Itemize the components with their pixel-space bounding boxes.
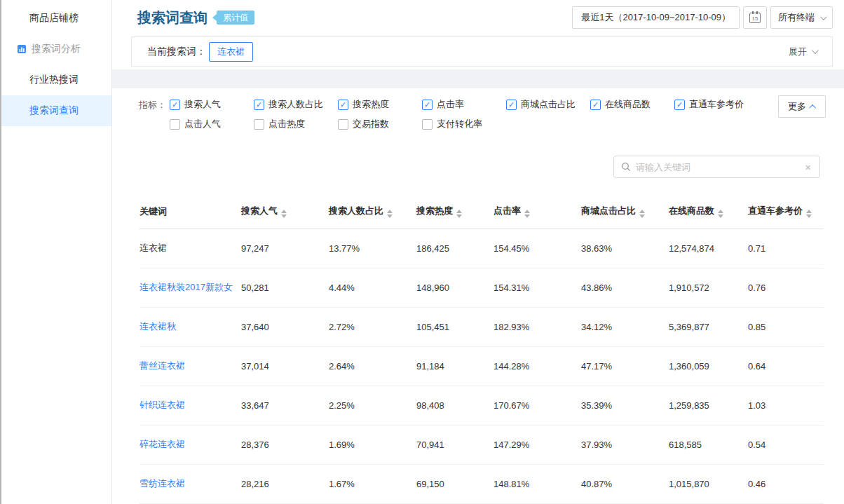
value-cell: 33,647 bbox=[241, 386, 329, 425]
table-row: 针织连衣裙33,6472.25%98,408170.67%35.39%1,259… bbox=[139, 386, 824, 425]
value-cell: 28,376 bbox=[241, 425, 329, 465]
indicator-option[interactable]: 商城点击占比 bbox=[506, 97, 590, 112]
checkbox-checked-icon[interactable] bbox=[254, 100, 264, 110]
value-cell: 37.93% bbox=[581, 425, 669, 465]
sidebar-item-industry-hot-words[interactable]: 行业热搜词 bbox=[1, 64, 111, 95]
current-term-tag[interactable]: 连衣裙 bbox=[209, 42, 253, 62]
column-label: 商城点击占比 bbox=[581, 205, 636, 216]
value-cell: 40.87% bbox=[581, 465, 669, 504]
indicator-row-unchecked: 点击人气点击热度交易指数支付转化率 bbox=[170, 116, 758, 132]
section-divider bbox=[112, 69, 844, 88]
indicator-option[interactable]: 搜索人数占比 bbox=[254, 97, 338, 112]
keyword-link[interactable]: 碎花连衣裙 bbox=[139, 439, 185, 449]
expand-toggle[interactable]: 展开 bbox=[789, 46, 817, 58]
indicator-label: 搜索人气 bbox=[184, 98, 221, 111]
sort-icon[interactable] bbox=[806, 210, 812, 218]
checkbox-checked-icon[interactable] bbox=[170, 100, 180, 110]
value-cell: 1.03 bbox=[748, 386, 824, 425]
column-label: 搜索人气 bbox=[241, 205, 278, 216]
table-row: 蕾丝连衣裙37,0142.64%91,184144.28%47.17%1,360… bbox=[139, 347, 824, 386]
value-cell: 148,960 bbox=[416, 268, 494, 308]
column-label: 关键词 bbox=[139, 206, 167, 217]
checkbox-unchecked-icon[interactable] bbox=[422, 119, 433, 130]
value-cell: 0.54 bbox=[748, 425, 824, 465]
value-cell: 4.44% bbox=[329, 268, 416, 308]
sort-icon[interactable] bbox=[281, 210, 287, 218]
value-cell: 37,014 bbox=[241, 347, 329, 386]
more-button[interactable]: 更多 bbox=[778, 95, 826, 118]
keyword-search-input[interactable] bbox=[636, 162, 803, 172]
column-header[interactable]: 商城点击占比 bbox=[581, 196, 669, 229]
value-cell: 35.39% bbox=[581, 386, 669, 425]
table-row: 碎花连衣裙28,3761.69%70,941147.29%37.93%618,5… bbox=[139, 425, 824, 465]
checkbox-checked-icon[interactable] bbox=[674, 100, 685, 110]
checkbox-checked-icon[interactable] bbox=[506, 100, 517, 110]
topbar-controls: 最近1天（2017-10-09~2017-10-09） 15 所有终端 bbox=[572, 6, 833, 29]
title-wrap: 搜索词查询 累计值 bbox=[137, 8, 254, 27]
indicator-option[interactable]: 点击热度 bbox=[254, 116, 338, 132]
indicator-label: 支付转化率 bbox=[437, 118, 482, 130]
keyword-link[interactable]: 针织连衣裙 bbox=[139, 400, 185, 410]
checkbox-checked-icon[interactable] bbox=[338, 100, 348, 110]
chevron-down-icon bbox=[820, 13, 827, 20]
indicator-option[interactable]: 搜索人气 bbox=[170, 97, 254, 112]
keyword-cell: 连衣裙秋装2017新款女 bbox=[139, 268, 241, 308]
sort-icon[interactable] bbox=[639, 210, 645, 218]
date-range-picker[interactable]: 最近1天（2017-10-09~2017-10-09） bbox=[572, 6, 740, 29]
keyword-cell: 连衣裙 bbox=[139, 229, 241, 268]
sidebar-item-search-term-query[interactable]: 搜索词查询 bbox=[1, 95, 111, 126]
value-cell: 154.45% bbox=[494, 229, 581, 268]
keyword-link[interactable]: 连衣裙秋 bbox=[139, 321, 176, 332]
sidebar-item-product-shop-rank[interactable]: 商品店铺榜 bbox=[1, 3, 111, 34]
indicator-option[interactable]: 在线商品数 bbox=[590, 97, 674, 112]
indicator-caption: 指标： bbox=[139, 97, 170, 132]
value-cell: 1.67% bbox=[329, 465, 416, 504]
table-row: 雪纺连衣裙28,2161.67%69,150148.81%40.87%1,015… bbox=[139, 465, 824, 504]
keyword-search-box[interactable]: × bbox=[613, 156, 820, 178]
value-cell: 182.93% bbox=[494, 308, 581, 347]
indicator-option[interactable]: 交易指数 bbox=[338, 116, 422, 132]
keyword-link[interactable]: 雪纺连衣裙 bbox=[139, 478, 185, 489]
chevron-down-icon bbox=[812, 47, 819, 54]
value-cell: 28,216 bbox=[241, 465, 329, 504]
column-header[interactable]: 搜索热度 bbox=[416, 196, 494, 229]
keyword-link[interactable]: 蕾丝连衣裙 bbox=[139, 360, 185, 371]
column-header[interactable]: 搜索人数占比 bbox=[329, 196, 416, 229]
sort-icon[interactable] bbox=[456, 210, 462, 218]
terminal-select[interactable]: 所有终端 bbox=[770, 6, 833, 29]
indicator-row-checked: 搜索人气搜索人数占比搜索热度点击率商城点击占比在线商品数直通车参考价 bbox=[170, 97, 758, 112]
indicator-option[interactable]: 点击率 bbox=[422, 97, 506, 112]
value-cell: 1,360,059 bbox=[669, 347, 748, 386]
indicator-option[interactable]: 支付转化率 bbox=[422, 116, 506, 132]
checkbox-unchecked-icon[interactable] bbox=[170, 119, 180, 130]
column-label: 搜索热度 bbox=[416, 205, 453, 216]
page-header: 搜索词查询 累计值 最近1天（2017-10-09~2017-10-09） 15… bbox=[112, 0, 844, 35]
indicator-option[interactable]: 搜索热度 bbox=[338, 97, 422, 112]
indicator-option[interactable]: 点击人气 bbox=[170, 116, 254, 132]
sort-icon[interactable] bbox=[387, 210, 393, 218]
checkbox-checked-icon[interactable] bbox=[590, 100, 601, 110]
column-header[interactable]: 在线商品数 bbox=[669, 196, 748, 229]
sort-icon[interactable] bbox=[524, 210, 530, 218]
sort-icon[interactable] bbox=[718, 210, 723, 218]
checkbox-unchecked-icon[interactable] bbox=[338, 119, 348, 130]
value-cell: 170.67% bbox=[494, 386, 581, 425]
indicator-label: 交易指数 bbox=[353, 118, 389, 130]
keyword-link[interactable]: 连衣裙秋装2017新款女 bbox=[139, 282, 233, 292]
column-header[interactable]: 点击率 bbox=[494, 196, 581, 229]
value-cell: 70,941 bbox=[416, 425, 494, 465]
column-header[interactable]: 搜索人气 bbox=[241, 196, 329, 229]
date-range-label: 最近1天（2017-10-09~2017-10-09） bbox=[581, 11, 730, 24]
checkbox-checked-icon[interactable] bbox=[422, 100, 433, 110]
indicator-option[interactable]: 直通车参考价 bbox=[674, 97, 758, 112]
calendar-button[interactable]: 15 bbox=[743, 6, 767, 29]
app-root: 商品店铺榜搜索词分析行业热搜词搜索词查询 搜索词查询 累计值 最近1天（2017… bbox=[0, 0, 844, 504]
clear-icon[interactable]: × bbox=[803, 161, 812, 173]
sidebar-item-search-term-analysis[interactable]: 搜索词分析 bbox=[1, 34, 111, 64]
value-cell: 147.29% bbox=[494, 425, 581, 465]
column-header[interactable]: 直通车参考价 bbox=[748, 196, 824, 229]
indicator-label: 搜索热度 bbox=[353, 98, 389, 111]
checkbox-unchecked-icon[interactable] bbox=[254, 119, 264, 130]
table-row: 连衣裙秋装2017新款女50,2814.44%148,960154.31%43.… bbox=[139, 268, 824, 308]
value-cell: 1.69% bbox=[329, 425, 416, 465]
